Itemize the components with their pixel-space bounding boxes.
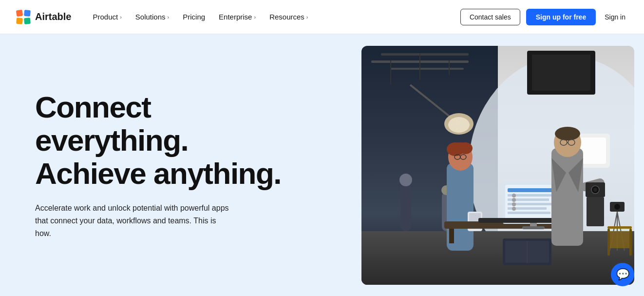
enterprise-chevron-icon: › — [254, 14, 256, 20]
svg-rect-75 — [607, 231, 632, 248]
resources-chevron-icon: › — [306, 14, 308, 20]
brand-name: Airtable — [35, 11, 71, 22]
svg-rect-1 — [24, 10, 31, 17]
svg-point-48 — [512, 202, 516, 206]
signup-button[interactable]: Sign up for free — [526, 9, 596, 25]
nav-product-label: Product — [93, 13, 118, 21]
svg-rect-68 — [587, 197, 604, 226]
svg-rect-51 — [522, 226, 545, 229]
logo-link[interactable]: Airtable — [16, 9, 71, 25]
nav-item-resources[interactable]: Resources › — [264, 9, 314, 25]
svg-point-17 — [448, 117, 470, 133]
svg-rect-36 — [449, 229, 454, 243]
svg-point-46 — [512, 194, 516, 197]
svg-point-29 — [451, 142, 470, 152]
svg-rect-77 — [629, 229, 632, 256]
contact-sales-button[interactable]: Contact sales — [460, 9, 520, 25]
chat-icon: 💬 — [616, 268, 629, 281]
nav-enterprise-label: Enterprise — [219, 13, 252, 21]
chat-bubble-button[interactable]: 💬 — [611, 263, 634, 286]
svg-rect-2 — [16, 18, 23, 24]
svg-rect-3 — [24, 18, 31, 24]
hero-section: Connect everything. Achieve anything. Ac… — [0, 34, 644, 296]
svg-point-49 — [512, 207, 516, 211]
hero-subtext: Accelerate work and unlock potential wit… — [35, 202, 230, 239]
hero-image-area — [352, 34, 644, 296]
nav-solutions-label: Solutions — [135, 13, 166, 21]
svg-rect-74 — [607, 226, 632, 229]
svg-rect-14 — [532, 55, 590, 91]
svg-rect-8 — [381, 53, 469, 56]
product-chevron-icon: › — [120, 14, 122, 20]
hero-content: Connect everything. Achieve anything. Ac… — [35, 91, 288, 239]
hero-image — [361, 46, 634, 285]
svg-rect-20 — [361, 231, 634, 285]
airtable-logo-icon — [16, 9, 31, 25]
nav-item-enterprise[interactable]: Enterprise › — [213, 9, 262, 25]
signin-link[interactable]: Sign in — [602, 9, 628, 25]
svg-rect-76 — [607, 229, 610, 256]
nav-item-pricing[interactable]: Pricing — [177, 9, 211, 25]
nav-item-product[interactable]: Product › — [87, 9, 127, 25]
nav-links: Product › Solutions › Pricing Enterprise… — [87, 9, 460, 25]
solutions-chevron-icon: › — [168, 14, 170, 20]
svg-point-70 — [614, 204, 620, 210]
svg-point-47 — [512, 198, 516, 202]
svg-rect-21 — [400, 182, 411, 231]
nav-actions: Contact sales Sign up for free Sign in — [460, 9, 628, 25]
navbar: Airtable Product › Solutions › Pricing E… — [0, 0, 644, 34]
svg-point-67 — [593, 188, 597, 192]
nav-resources-label: Resources — [269, 13, 304, 21]
svg-rect-0 — [16, 9, 23, 16]
nav-item-solutions[interactable]: Solutions › — [130, 9, 175, 25]
svg-rect-9 — [391, 68, 464, 70]
nav-pricing-label: Pricing — [183, 13, 205, 21]
svg-rect-45 — [508, 212, 550, 214]
svg-point-22 — [399, 174, 412, 186]
svg-point-58 — [555, 127, 580, 140]
hero-headline: Connect everything. Achieve anything. — [35, 91, 288, 191]
